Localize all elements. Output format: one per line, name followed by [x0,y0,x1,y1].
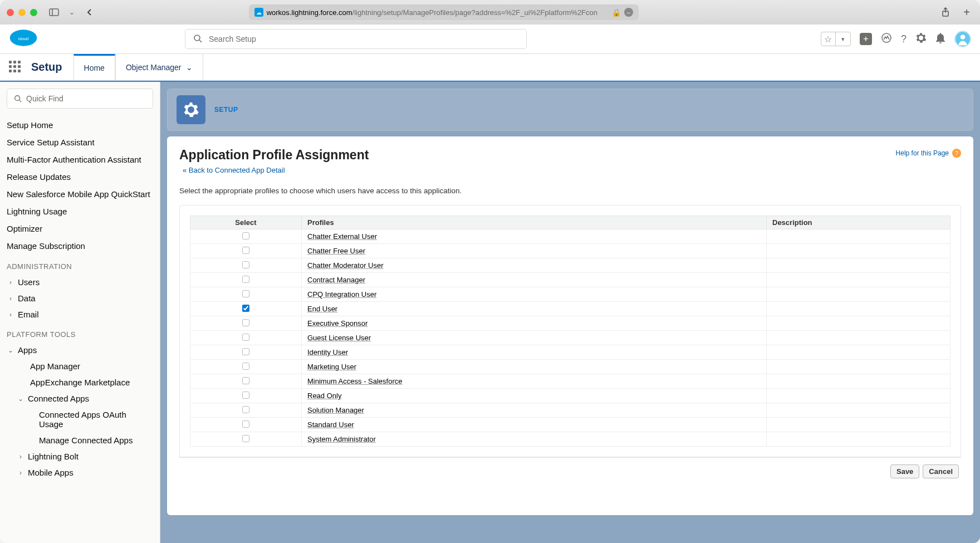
sidebar-link[interactable]: New Salesforce Mobile App QuickStart [7,185,153,203]
profile-link[interactable]: Chatter Free User [307,247,365,255]
table-row: Identity User [190,345,950,360]
chevron-down-icon[interactable]: ▾ [836,32,850,46]
profile-link[interactable]: Read Only [307,392,341,400]
new-tab-icon[interactable]: + [960,6,973,19]
sidebar-item[interactable]: Manage Connected Apps [7,432,153,448]
select-checkbox[interactable] [242,406,249,413]
app-name: Setup [31,61,62,74]
sidebar-item[interactable]: ›Data [7,290,153,306]
select-checkbox[interactable] [242,276,249,283]
select-checkbox[interactable] [242,305,249,312]
save-button[interactable]: Save [890,464,919,478]
description-cell [767,287,950,302]
sidebar-item[interactable]: ›Email [7,306,153,322]
table-row: Read Only [190,389,950,403]
table-row: End User [190,302,950,316]
sidebar-link[interactable]: Manage Subscription [7,237,153,255]
traffic-lights [7,9,37,16]
chevron-down-icon: ⌄ [17,395,24,403]
minimize-window-icon[interactable] [18,9,26,16]
gear-icon[interactable] [915,32,927,46]
sidebar-item[interactable]: ›Mobile Apps [7,464,153,481]
nav-connected-apps[interactable]: ⌄Connected Apps [7,390,153,407]
select-checkbox[interactable] [242,377,249,384]
classic-panel: Help for this Page ? Application Profile… [167,136,973,515]
profile-link[interactable]: Executive Sponsor [307,319,367,327]
sidebar-item[interactable]: App Manager [7,358,153,374]
salesforce-logo[interactable]: cloud [9,28,38,50]
back-link[interactable]: « Back to Connected App Detail [183,166,285,174]
table-row: System Administrator [190,432,950,447]
description-cell [767,316,950,331]
add-icon[interactable]: + [860,33,872,45]
sidebar-toggle-icon[interactable] [47,6,61,19]
table-row: Chatter Free User [190,244,950,258]
table-row: Standard User [190,418,950,432]
select-checkbox[interactable] [242,363,249,370]
svg-rect-0 [50,9,58,16]
avatar[interactable] [954,31,971,47]
svg-text:cloud: cloud [18,36,29,41]
nav-apps[interactable]: ⌄Apps [7,342,153,358]
global-search[interactable]: Search Setup [185,29,527,49]
sidebar-link[interactable]: Multi-Factor Authentication Assistant [7,151,153,168]
svg-line-6 [199,40,202,42]
trailhead-icon[interactable] [881,32,892,46]
app-launcher-icon[interactable] [9,61,22,74]
select-checkbox[interactable] [242,334,249,341]
share-icon[interactable] [939,6,952,19]
select-checkbox[interactable] [242,319,249,326]
select-checkbox[interactable] [242,232,249,239]
select-checkbox[interactable] [242,348,249,355]
reader-icon[interactable]: – [624,8,633,17]
favorites-dropdown[interactable]: ☆ ▾ [821,32,851,46]
profile-link[interactable]: Marketing User [307,363,356,371]
chevron-down-icon[interactable]: ⌄ [65,6,79,19]
profile-link[interactable]: Guest License User [307,334,371,342]
close-window-icon[interactable] [7,9,14,16]
svg-line-11 [19,100,22,102]
bell-icon[interactable] [935,32,945,46]
quick-find-input[interactable]: Quick Find [7,89,153,109]
sidebar-link[interactable]: Release Updates [7,168,153,185]
sidebar-link[interactable]: Service Setup Assistant [7,134,153,151]
help-link[interactable]: Help for this Page ? [896,149,961,158]
star-icon[interactable]: ☆ [821,32,836,46]
profile-link[interactable]: Chatter Moderator User [307,261,384,270]
profile-link[interactable]: Solution Manager [307,406,364,414]
profile-link[interactable]: Standard User [307,420,354,429]
svg-point-5 [194,35,200,41]
sidebar-link[interactable]: Lightning Usage [7,203,153,220]
table-row: Chatter Moderator User [190,258,950,273]
sidebar-link[interactable]: Setup Home [7,116,153,134]
select-checkbox[interactable] [242,247,249,254]
table-row: Minimum Access - Salesforce [190,374,950,389]
chevron-down-icon: ⌄ [186,63,193,72]
profile-link[interactable]: Chatter External User [307,232,377,241]
chevron-right-icon: › [7,295,14,302]
sidebar-item[interactable]: AppExchange Marketplace [7,374,153,390]
profile-link[interactable]: System Administrator [307,435,376,443]
help-icon[interactable]: ? [901,33,906,45]
tab-object-manager[interactable]: Object Manager ⌄ [115,54,203,81]
profile-link[interactable]: Identity User [307,348,348,356]
profile-link[interactable]: End User [307,305,337,313]
select-checkbox[interactable] [242,261,249,268]
sidebar-item[interactable]: ›Users [7,274,153,290]
profile-link[interactable]: CPQ Integration User [307,290,376,299]
profile-link[interactable]: Contract Manager [307,276,365,284]
sidebar-item[interactable]: ›Lightning Bolt [7,448,153,464]
back-icon[interactable] [83,6,96,19]
tab-home[interactable]: Home [74,54,115,81]
sidebar-link[interactable]: Optimizer [7,220,153,237]
select-checkbox[interactable] [242,435,249,442]
select-checkbox[interactable] [242,290,249,297]
select-checkbox[interactable] [242,420,249,428]
cancel-button[interactable]: Cancel [923,464,959,478]
select-checkbox[interactable] [242,392,249,399]
description-cell [767,418,950,432]
profile-link[interactable]: Minimum Access - Salesforce [307,377,403,385]
url-bar[interactable]: ☁ workos.lightning.force.com/lightning/s… [249,4,639,20]
sidebar-item[interactable]: Connected Apps OAuth Usage [7,407,153,432]
maximize-window-icon[interactable] [30,9,37,16]
